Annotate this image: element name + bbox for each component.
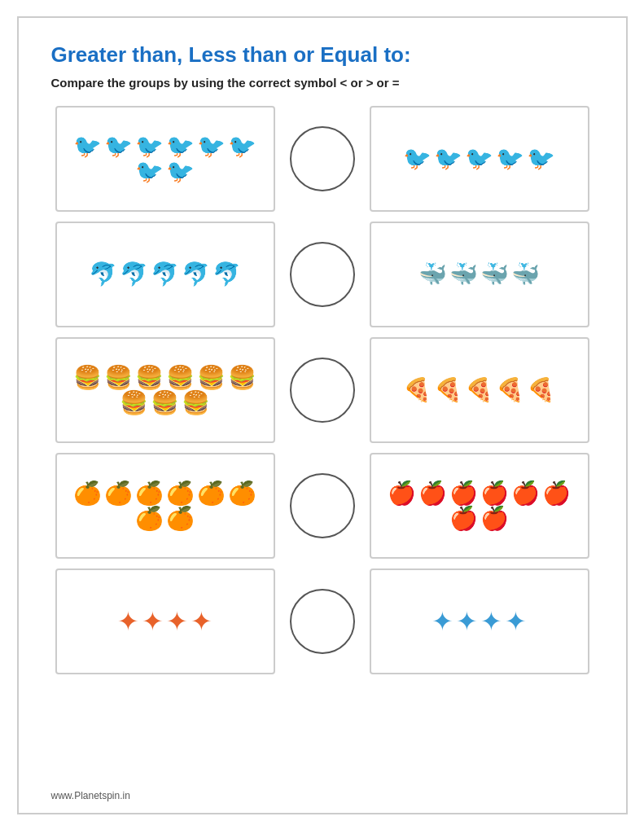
answer-circle-5[interactable] [290,589,355,654]
emoji: ✦ [480,606,502,637]
left-box-2: 🐬 🐬 🐬 🐬 🐬 [55,222,275,327]
emoji: 🐳 [449,263,478,286]
emoji: 🐦 [135,160,164,183]
emoji: ✦ [505,606,527,637]
emoji: ✦ [142,606,164,637]
emoji: 🍎 [511,482,540,505]
emoji: 🍊 [73,482,102,505]
emoji: 🍔 [151,392,179,415]
emoji: 🍊 [228,482,256,505]
row-2: 🐬 🐬 🐬 🐬 🐬 🐳 🐳 🐳 🐳 [51,222,594,327]
emoji: 🐦 [135,135,164,158]
answer-circle-1[interactable] [290,126,355,191]
row-5: ✦ ✦ ✦ ✦ ✦ ✦ ✦ ✦ [51,568,594,674]
emoji: 🍎 [449,507,478,530]
emoji: 🍎 [480,482,509,505]
emoji: 🍔 [73,367,102,389]
right-box-2: 🐳 🐳 🐳 🐳 [370,222,589,327]
emoji: ✦ [456,606,478,637]
emoji: 🍕 [496,379,524,402]
emoji: 🍎 [418,482,447,505]
emoji: 🍔 [228,367,256,389]
emoji: 🍔 [135,367,164,389]
emoji: 🍊 [197,482,226,505]
emoji: 🐦 [228,135,256,158]
emoji: 🐳 [480,263,509,286]
emoji: 🐦 [166,160,195,183]
emoji: 🐦 [104,135,133,158]
right-box-5: ✦ ✦ ✦ ✦ [370,568,589,674]
right-box-1: 🐦 🐦 🐦 🐦 🐦 [370,106,589,212]
right-box-3: 🍕 🍕 🍕 🍕 🍕 [370,337,589,443]
emoji: 🍊 [135,482,164,505]
emoji: ✦ [191,606,212,637]
emoji: 🍊 [166,482,195,505]
emoji: 🍊 [166,507,195,530]
comparison-rows: 🐦 🐦 🐦 🐦 🐦 🐦 🐦 🐦 🐦 🐦 🐦 🐦 🐦 [51,106,594,674]
emoji: 🍕 [434,379,462,402]
emoji: 🍎 [542,482,571,505]
emoji: 🍔 [104,367,133,389]
emoji: 🍕 [465,379,493,402]
emoji: 🍕 [527,379,555,402]
emoji: 🐦 [403,147,432,170]
emoji: 🐦 [496,147,524,170]
emoji: 🐬 [89,263,117,286]
emoji: 🍔 [182,392,210,415]
emoji: ✦ [166,606,188,637]
emoji: ✦ [117,606,139,637]
page: Greater than, Less than or Equal to: Com… [17,16,628,814]
emoji: 🐦 [527,147,555,170]
emoji: 🐬 [182,263,210,286]
left-box-1: 🐦 🐦 🐦 🐦 🐦 🐦 🐦 🐦 [55,106,275,212]
emoji: 🍔 [120,392,148,415]
emoji: ✦ [432,606,453,637]
answer-circle-2[interactable] [290,242,355,307]
emoji: 🐦 [465,147,493,170]
page-title: Greater than, Less than or Equal to: [51,42,594,68]
emoji: 🍊 [135,507,164,530]
row-1: 🐦 🐦 🐦 🐦 🐦 🐦 🐦 🐦 🐦 🐦 🐦 🐦 🐦 [51,106,594,212]
answer-circle-4[interactable] [290,473,355,538]
emoji: 🐦 [166,135,195,158]
emoji: 🐬 [120,263,148,286]
left-box-4: 🍊 🍊 🍊 🍊 🍊 🍊 🍊 🍊 [55,453,275,559]
emoji: 🐬 [151,263,179,286]
emoji: 🍎 [388,482,416,505]
emoji: 🐦 [434,147,462,170]
emoji: 🍎 [480,507,509,530]
left-box-3: 🍔 🍔 🍔 🍔 🍔 🍔 🍔 🍔 🍔 [55,337,275,443]
footer-text: www.Planetspin.in [51,790,130,801]
emoji: 🐦 [73,135,102,158]
emoji: 🍎 [449,482,478,505]
row-3: 🍔 🍔 🍔 🍔 🍔 🍔 🍔 🍔 🍔 🍕 🍕 🍕 🍕 [51,337,594,443]
emoji: 🍔 [197,367,226,389]
emoji: 🐳 [511,263,540,286]
answer-circle-3[interactable] [290,358,355,423]
row-4: 🍊 🍊 🍊 🍊 🍊 🍊 🍊 🍊 🍎 🍎 🍎 🍎 🍎 [51,453,594,559]
emoji: 🍔 [166,367,195,389]
page-subtitle: Compare the groups by using the correct … [51,76,594,90]
left-box-5: ✦ ✦ ✦ ✦ [55,568,275,674]
right-box-4: 🍎 🍎 🍎 🍎 🍎 🍎 🍎 🍎 [370,453,589,559]
emoji: 🐬 [212,263,241,286]
emoji: 🍕 [403,379,432,402]
emoji: 🐳 [418,263,447,286]
emoji: 🍊 [104,482,133,505]
emoji: 🐦 [197,135,226,158]
